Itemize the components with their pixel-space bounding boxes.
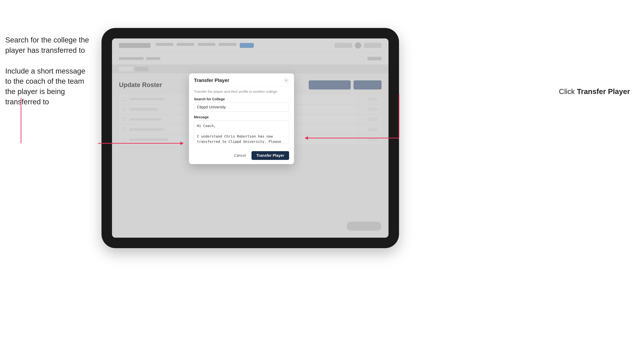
annotation-left: Search for the college the player has tr…	[5, 35, 93, 118]
close-icon: ×	[286, 79, 287, 82]
search-college-input[interactable]	[194, 103, 289, 112]
dialog-close-button[interactable]: ×	[284, 78, 289, 83]
transfer-player-button[interactable]: Transfer Player	[252, 151, 289, 160]
annotation-right: Click Transfer Player	[559, 87, 630, 96]
tablet-device: Update Roster	[102, 28, 399, 248]
modal-overlay: Transfer Player × Transfer the player an…	[112, 38, 388, 238]
message-label: Message	[194, 115, 289, 119]
annotation-right-text: Click Transfer Player	[559, 87, 630, 96]
annotation-text-2: Include a short message to the coach of …	[5, 66, 93, 107]
dialog-body: Transfer the player and their profile to…	[189, 86, 294, 148]
annotation-text-1: Search for the college the player has tr…	[5, 35, 93, 56]
transfer-player-dialog: Transfer Player × Transfer the player an…	[189, 73, 294, 164]
message-textarea[interactable]: Hi Coach, I understand Chris Robertson h…	[194, 121, 289, 143]
tablet-screen: Update Roster	[112, 38, 388, 238]
dialog-header: Transfer Player ×	[189, 73, 294, 86]
dialog-subtitle: Transfer the player and their profile to…	[194, 90, 289, 94]
dialog-title: Transfer Player	[194, 78, 229, 83]
dialog-footer: Cancel Transfer Player	[189, 148, 294, 164]
search-college-label: Search for College	[194, 97, 289, 101]
cancel-button[interactable]: Cancel	[231, 152, 249, 160]
